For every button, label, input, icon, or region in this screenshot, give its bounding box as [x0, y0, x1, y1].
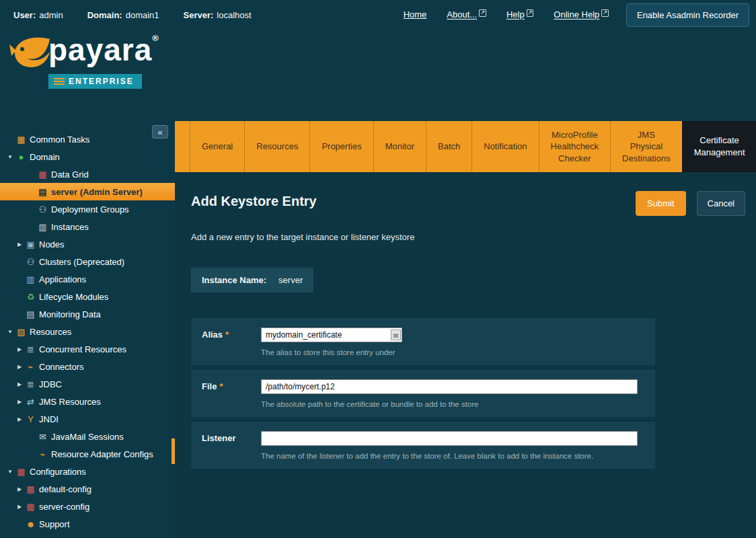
field-label-alias: Alias*: [202, 328, 261, 340]
header: payara® ENTERPRISE: [0, 30, 756, 121]
input-wrap: ▤: [261, 328, 402, 342]
topbar-link-home[interactable]: Home: [404, 9, 427, 20]
sidebar-item-label: Monitoring Data: [39, 309, 101, 319]
external-link-icon: ↗: [601, 9, 609, 17]
server-label: Server:: [184, 10, 214, 20]
sidebar-item-common-tasks[interactable]: ▦Common Tasks: [0, 130, 175, 148]
nodes-icon: ▣: [24, 239, 37, 249]
input-wrap: [261, 379, 638, 394]
chevron-right-icon[interactable]: ▶: [15, 346, 24, 352]
sidebar-item-deployment-groups[interactable]: ⚇Deployment Groups: [0, 200, 175, 218]
content-area: GeneralResourcesPropertiesMonitorBatchNo…: [175, 121, 756, 538]
sidebar-item-support[interactable]: ☻Support: [0, 515, 175, 533]
enable-asadmin-recorder-button[interactable]: Enable Asadmin Recorder: [626, 3, 749, 27]
sidebar-item-jndi[interactable]: ▶YJNDI: [0, 410, 175, 428]
chevron-down-icon[interactable]: ▼: [5, 469, 15, 475]
user-label: User:: [13, 10, 36, 20]
sidebar-item-default-config[interactable]: ▶▦default-config: [0, 480, 175, 498]
data-grid-icon: ▦: [36, 169, 49, 180]
sidebar-item-jdbc[interactable]: ▶≣JDBC: [0, 375, 175, 393]
topbar-link-help[interactable]: Help↗: [506, 9, 533, 20]
tab-monitor[interactable]: Monitor: [373, 121, 426, 172]
domain-value: domain1: [126, 10, 159, 20]
jdbc-icon: ≣: [24, 379, 37, 389]
sidebar-scrollbar[interactable]: [172, 438, 175, 464]
jms-resources-icon: ⇄: [24, 397, 37, 407]
sidebar-item-lifecycle-modules[interactable]: ♻Lifecycle Modules: [0, 288, 175, 305]
tab-properties[interactable]: Properties: [309, 121, 373, 172]
chevron-right-icon[interactable]: ▶: [15, 399, 24, 405]
sidebar-item-jms-resources[interactable]: ▶⇄JMS Resources: [0, 393, 175, 410]
tab-batch[interactable]: Batch: [426, 121, 471, 172]
chevron-down-icon[interactable]: ▼: [5, 329, 15, 335]
autofill-icon: ▤: [391, 330, 401, 340]
sidebar: « ▦Common Tasks▼●Domain▦Data Grid▤server…: [0, 121, 175, 538]
chevron-right-icon[interactable]: ▶: [15, 486, 24, 492]
stripes-icon: [54, 78, 65, 85]
topbar-links: HomeAbout...↗Help↗Online Help↗: [404, 9, 609, 20]
sidebar-item-data-grid[interactable]: ▦Data Grid: [0, 165, 175, 183]
domain-info: Domain:domain1: [87, 10, 159, 20]
chevron-right-icon[interactable]: ▶: [15, 364, 24, 370]
jndi-icon: Y: [24, 414, 37, 424]
topbar-actions: HomeAbout...↗Help↗Online Help↗ Enable As…: [404, 3, 749, 27]
external-link-icon: ↗: [527, 9, 534, 17]
sidebar-item-server-config[interactable]: ▶▦server-config: [0, 498, 175, 515]
tab-notification[interactable]: Notification: [471, 121, 538, 172]
sidebar-item-label: Lifecycle Modules: [39, 292, 108, 302]
user-info: User:admin: [13, 10, 63, 20]
sidebar-item-label: server (Admin Server): [51, 187, 143, 197]
tab-certificate-management[interactable]: Certificate Management: [682, 121, 756, 172]
tab-jms-physical-destinations[interactable]: JMS Physical Destinations: [610, 121, 682, 172]
sidebar-item-javamail-sessions[interactable]: ✉JavaMail Sessions: [0, 428, 175, 445]
sidebar-item-clusters-deprecated[interactable]: ⚇Clusters (Deprecated): [0, 253, 175, 270]
sidebar-item-server-admin-server[interactable]: ▤server (Admin Server): [0, 183, 175, 200]
file-input[interactable]: [261, 379, 638, 394]
top-bar: User:admin Domain:domain1 Server:localho…: [0, 0, 756, 30]
monitoring-data-icon: ▤: [24, 309, 37, 319]
chevron-right-icon[interactable]: ▶: [15, 416, 24, 422]
sidebar-item-domain[interactable]: ▼●Domain: [0, 148, 175, 165]
tab-general[interactable]: General: [190, 121, 244, 172]
listener-input[interactable]: [261, 431, 638, 446]
sidebar-item-monitoring-data[interactable]: ▤Monitoring Data: [0, 305, 175, 323]
payara-logo: payara® ENTERPRISE: [9, 34, 159, 121]
sidebar-item-applications[interactable]: ▥Applications: [0, 270, 175, 288]
sidebar-item-instances[interactable]: ▥Instances: [0, 218, 175, 235]
sidebar-item-label: Instances: [51, 222, 89, 232]
sidebar-item-resource-adapter-configs[interactable]: ⌁Resource Adapter Configs: [0, 445, 175, 463]
sidebar-item-resources[interactable]: ▼▨Resources: [0, 323, 175, 340]
sidebar-item-label: Concurrent Resources: [39, 344, 126, 354]
sidebar-item-label: Configurations: [30, 467, 86, 477]
chevron-right-icon[interactable]: ▶: [15, 241, 24, 247]
configurations-icon: ▦: [15, 467, 28, 477]
sidebar-item-configurations[interactable]: ▼▦Configurations: [0, 463, 175, 480]
sidebar-item-label: JDBC: [39, 379, 62, 389]
external-link-icon: ↗: [479, 9, 486, 17]
sidebar-collapse-button[interactable]: «: [152, 125, 168, 139]
field-help-text: The alias to store this store entry unde…: [261, 348, 644, 356]
sidebar-item-label: JNDI: [39, 414, 59, 424]
tab-resources[interactable]: Resources: [244, 121, 309, 172]
concurrent-resources-icon: ≣: [24, 344, 37, 354]
chevron-right-icon[interactable]: ▶: [15, 504, 24, 510]
topbar-link-online-help[interactable]: Online Help↗: [554, 9, 609, 20]
tab-microprofile-healthcheck-checker[interactable]: MicroProfile Healthcheck Checker: [539, 121, 611, 172]
chevron-down-icon[interactable]: ▼: [5, 154, 15, 160]
sidebar-item-concurrent-resources[interactable]: ▶≣Concurrent Resources: [0, 340, 175, 358]
submit-button[interactable]: Submit: [636, 191, 685, 216]
page-description: Add a new entry to the target instance o…: [191, 232, 745, 242]
required-asterisk: *: [225, 330, 229, 340]
sidebar-item-connectors[interactable]: ▶⌁Connectors: [0, 358, 175, 375]
edition-badge: ENTERPRISE: [48, 74, 142, 89]
cancel-button[interactable]: Cancel: [697, 191, 745, 216]
alias-input[interactable]: [261, 328, 402, 342]
topbar-link-about[interactable]: About...↗: [447, 9, 486, 20]
sidebar-item-label: JMS Resources: [39, 397, 101, 407]
chevron-right-icon[interactable]: ▶: [15, 381, 24, 387]
deployment-groups-icon: ⚇: [36, 204, 49, 215]
action-buttons: Submit Cancel: [636, 191, 745, 216]
resource-adapter-configs-icon: ⌁: [36, 449, 49, 459]
sidebar-item-label: Resource Adapter Configs: [51, 449, 153, 459]
sidebar-item-nodes[interactable]: ▶▣Nodes: [0, 235, 175, 253]
